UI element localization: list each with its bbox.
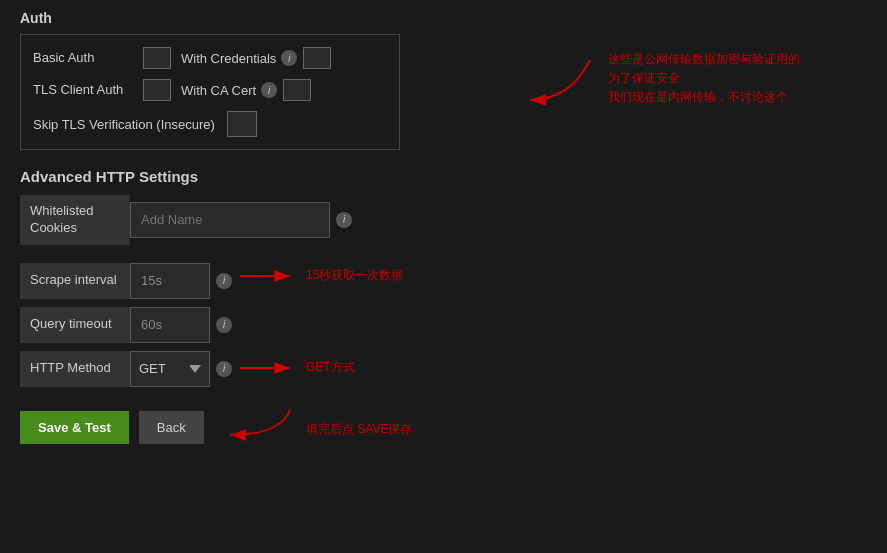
basic-auth-row: Basic Auth With Credentials i (33, 47, 387, 69)
http-method-label: HTTP Method (20, 351, 130, 387)
scrape-interval-row: Scrape interval i 15秒获取一次数据 (20, 263, 867, 299)
save-arrow-svg (220, 405, 300, 445)
scrape-interval-input[interactable] (130, 263, 210, 299)
skip-tls-label: Skip TLS Verification (Insecure) (33, 117, 215, 132)
scrape-interval-info-icon[interactable]: i (216, 273, 232, 289)
save-annotation-wrapper: 填完后点 SAVE保存 (220, 405, 412, 445)
auth-section-title: Auth (20, 10, 867, 26)
whitelisted-cookies-label: Whitelisted Cookies (20, 195, 130, 245)
skip-tls-row: Skip TLS Verification (Insecure) (33, 111, 387, 137)
auth-annotation-text: 这些是公网传输数据加密与验证用的为了保证安全我们现在是内网传输，不讨论这个 (608, 50, 800, 108)
whitelisted-cookies-row: Whitelisted Cookies i (20, 195, 867, 245)
http-method-select[interactable]: GET POST PUT (130, 351, 210, 387)
tls-client-auth-label: TLS Client Auth (33, 82, 143, 99)
auth-arrow-svg (520, 50, 600, 110)
whitelisted-cookies-info-icon[interactable]: i (336, 212, 352, 228)
with-ca-cert-label: With CA Cert i (181, 82, 277, 98)
scrape-annotation-text: 15秒获取一次数据 (306, 267, 403, 284)
auth-box: Basic Auth With Credentials i TLS Client… (20, 34, 400, 150)
with-credentials-info-icon[interactable]: i (281, 50, 297, 66)
basic-auth-checkbox[interactable] (143, 47, 171, 69)
scrape-annotation-wrapper: 15秒获取一次数据 (240, 261, 403, 291)
with-ca-cert-info-icon[interactable]: i (261, 82, 277, 98)
method-annotation-text: GET方式 (306, 359, 355, 376)
skip-tls-checkbox[interactable] (227, 111, 257, 137)
tls-client-auth-row: TLS Client Auth With CA Cert i (33, 79, 387, 101)
http-method-row: HTTP Method GET POST PUT i GET方式 (20, 351, 867, 387)
scrape-interval-label: Scrape interval (20, 263, 130, 299)
save-annotation-text: 填完后点 SAVE保存 (306, 421, 412, 438)
with-credentials-checkbox[interactable] (303, 47, 331, 69)
tls-client-auth-checkbox[interactable] (143, 79, 171, 101)
back-button[interactable]: Back (139, 411, 204, 444)
basic-auth-label: Basic Auth (33, 50, 143, 67)
advanced-section: Advanced HTTP Settings Whitelisted Cooki… (20, 168, 867, 387)
query-timeout-info-icon[interactable]: i (216, 317, 232, 333)
buttons-row: Save & Test Back 填完后点 SAVE保存 (20, 411, 867, 444)
with-credentials-label: With Credentials i (181, 50, 297, 66)
whitelisted-cookies-input[interactable] (130, 202, 330, 238)
method-arrow-svg (240, 353, 300, 383)
advanced-section-title: Advanced HTTP Settings (20, 168, 867, 185)
method-annotation-wrapper: GET方式 (240, 353, 355, 383)
http-method-info-icon[interactable]: i (216, 361, 232, 377)
query-timeout-row: Query timeout i (20, 307, 867, 343)
scrape-arrow-svg (240, 261, 300, 291)
with-ca-cert-checkbox[interactable] (283, 79, 311, 101)
query-timeout-label: Query timeout (20, 307, 130, 343)
auth-annotation-wrapper: 这些是公网传输数据加密与验证用的为了保证安全我们现在是内网传输，不讨论这个 (520, 50, 800, 110)
save-test-button[interactable]: Save & Test (20, 411, 129, 444)
query-timeout-input[interactable] (130, 307, 210, 343)
